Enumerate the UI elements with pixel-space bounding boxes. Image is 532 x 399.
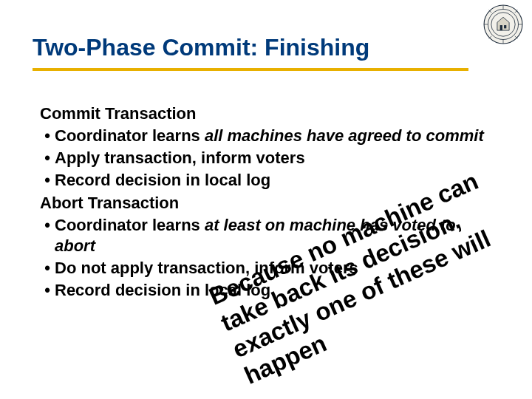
bullet-item: • Do not apply transaction, inform voter…: [40, 258, 491, 279]
bullet-text: Coordinator learns at least on machine h…: [55, 215, 491, 256]
title-block: Two-Phase Commit: Finishing: [33, 35, 468, 71]
abort-heading: Abort Transaction: [40, 193, 491, 214]
bullet-glyph: •: [40, 148, 55, 168]
slide-body: Commit Transaction • Coordinator learns …: [40, 102, 491, 301]
bullet-item: • Apply transaction, inform voters: [40, 148, 491, 168]
bullet-glyph: •: [40, 258, 55, 279]
bullet-item: • Coordinator learns at least on machine…: [40, 215, 491, 256]
institution-seal: [483, 4, 523, 44]
bullet-text: Record decision in local log: [55, 280, 491, 301]
bullet-glyph: •: [40, 126, 55, 146]
bullet-glyph: •: [40, 170, 55, 191]
svg-rect-11: [500, 25, 502, 30]
slide-title: Two-Phase Commit: Finishing: [33, 35, 468, 61]
bullet-text: Record decision in local log: [55, 170, 491, 191]
bullet-item: • Record decision in local log: [40, 170, 491, 191]
title-underline: [33, 68, 468, 71]
bullet-text: Do not apply transaction, inform voters: [55, 258, 491, 279]
bullet-glyph: •: [40, 215, 55, 236]
bullet-item: • Coordinator learns all machines have a…: [40, 126, 491, 146]
svg-rect-12: [504, 25, 506, 28]
bullet-item: • Record decision in local log: [40, 280, 491, 301]
bullet-glyph: •: [40, 280, 55, 301]
commit-heading: Commit Transaction: [40, 103, 491, 124]
bullet-text: Coordinator learns all machines have agr…: [55, 126, 491, 146]
bullet-text: Apply transaction, inform voters: [55, 148, 491, 168]
slide: Two-Phase Commit: Finishing Commit Trans…: [0, 0, 532, 399]
